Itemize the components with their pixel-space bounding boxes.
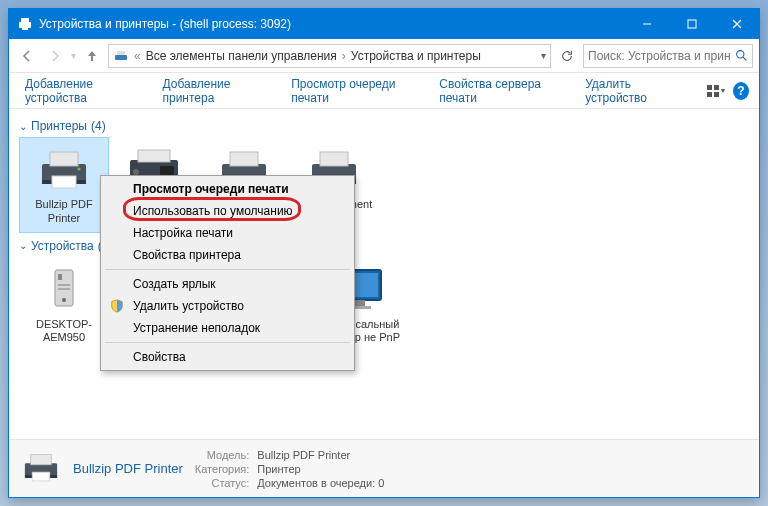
svg-rect-1 bbox=[21, 18, 29, 22]
add-device-button[interactable]: Добавление устройства bbox=[19, 73, 148, 109]
ctx-print-prefs[interactable]: Настройка печати bbox=[103, 222, 352, 244]
computer-icon bbox=[32, 264, 96, 314]
svg-point-19 bbox=[78, 168, 81, 171]
svg-rect-36 bbox=[58, 288, 70, 290]
svg-rect-27 bbox=[230, 152, 258, 166]
history-dropdown-icon[interactable]: ▾ bbox=[71, 50, 76, 61]
refresh-button[interactable] bbox=[555, 44, 579, 68]
forward-button[interactable] bbox=[43, 44, 67, 68]
app-icon bbox=[17, 16, 33, 32]
printer-icon bbox=[19, 447, 63, 491]
details-name: Bullzip PDF Printer bbox=[73, 461, 183, 476]
chevron-left-icon[interactable]: « bbox=[131, 49, 144, 63]
svg-point-9 bbox=[737, 51, 744, 58]
svg-rect-2 bbox=[22, 28, 28, 30]
view-queue-button[interactable]: Просмотр очереди печати bbox=[285, 73, 425, 109]
svg-rect-7 bbox=[115, 55, 127, 60]
separator bbox=[105, 342, 350, 343]
collapse-icon[interactable]: ⌄ bbox=[19, 240, 27, 251]
context-menu: Просмотр очереди печати Использовать по … bbox=[100, 175, 355, 371]
ctx-properties[interactable]: Свойства bbox=[103, 346, 352, 368]
svg-rect-4 bbox=[688, 20, 696, 28]
up-button[interactable] bbox=[80, 44, 104, 68]
breadcrumb-segment[interactable]: Устройства и принтеры bbox=[351, 49, 481, 63]
collapse-icon[interactable]: ⌄ bbox=[19, 121, 27, 132]
breadcrumb[interactable]: « Все элементы панели управления › Устро… bbox=[108, 44, 551, 68]
search-icon[interactable] bbox=[735, 49, 748, 62]
ctx-view-queue[interactable]: Просмотр очереди печати bbox=[103, 178, 352, 200]
ctx-remove-device[interactable]: Удалить устройство bbox=[103, 295, 352, 317]
toolbar: Добавление устройства Добавление принтер… bbox=[9, 73, 759, 109]
back-button[interactable] bbox=[15, 44, 39, 68]
item-label: Bullzip PDF Printer bbox=[24, 198, 104, 226]
svg-line-10 bbox=[743, 57, 746, 60]
group-printers[interactable]: ⌄ Принтеры (4) bbox=[19, 113, 749, 137]
svg-rect-44 bbox=[31, 454, 52, 464]
close-button[interactable] bbox=[714, 9, 759, 39]
titlebar[interactable]: Устройства и принтеры - (shell process: … bbox=[9, 9, 759, 39]
ctx-printer-props[interactable]: Свойства принтера bbox=[103, 244, 352, 266]
ctx-troubleshoot[interactable]: Устранение неполадок bbox=[103, 317, 352, 339]
help-button[interactable]: ? bbox=[733, 82, 749, 100]
ctx-create-shortcut[interactable]: Создать ярлык bbox=[103, 273, 352, 295]
details-table: Модель:Bullzip PDF Printer Категория:При… bbox=[193, 447, 393, 491]
separator bbox=[105, 269, 350, 270]
maximize-button[interactable] bbox=[669, 9, 714, 39]
shield-icon bbox=[109, 298, 125, 314]
window-title: Устройства и принтеры - (shell process: … bbox=[39, 17, 624, 31]
svg-rect-31 bbox=[320, 152, 348, 166]
devices-icon bbox=[113, 48, 129, 64]
details-pane: Bullzip PDF Printer Модель:Bullzip PDF P… bbox=[9, 439, 759, 497]
chevron-down-icon[interactable]: ▾ bbox=[541, 50, 546, 61]
svg-rect-17 bbox=[50, 152, 78, 166]
svg-rect-34 bbox=[58, 274, 62, 280]
svg-rect-22 bbox=[138, 150, 170, 162]
remove-device-button[interactable]: Удалить устройство bbox=[579, 73, 689, 109]
printer-item[interactable]: Bullzip PDF Printer bbox=[19, 137, 109, 233]
search-box[interactable] bbox=[583, 44, 753, 68]
svg-rect-35 bbox=[58, 284, 70, 286]
svg-rect-12 bbox=[714, 85, 719, 90]
add-printer-button[interactable]: Добавление принтера bbox=[156, 73, 277, 109]
server-props-button[interactable]: Свойства сервера печати bbox=[433, 73, 571, 109]
printer-icon bbox=[32, 144, 96, 194]
ctx-set-default[interactable]: Использовать по умолчанию bbox=[103, 200, 352, 222]
svg-rect-0 bbox=[19, 22, 31, 28]
svg-point-37 bbox=[62, 298, 66, 302]
search-input[interactable] bbox=[588, 49, 731, 63]
svg-rect-13 bbox=[707, 92, 712, 97]
svg-rect-11 bbox=[707, 85, 712, 90]
device-item[interactable]: DESKTOP-AEM950 bbox=[19, 257, 109, 367]
breadcrumb-segment[interactable]: Все элементы панели управления bbox=[146, 49, 337, 63]
minimize-button[interactable] bbox=[624, 9, 669, 39]
svg-rect-14 bbox=[714, 92, 719, 97]
svg-rect-45 bbox=[32, 472, 50, 481]
navbar: ▾ « Все элементы панели управления › Уст… bbox=[9, 39, 759, 73]
chevron-right-icon: › bbox=[339, 49, 349, 63]
svg-rect-18 bbox=[52, 176, 76, 188]
view-options-button[interactable]: ▾ bbox=[705, 80, 725, 102]
svg-rect-8 bbox=[117, 51, 125, 55]
item-label: DESKTOP-AEM950 bbox=[24, 318, 104, 346]
